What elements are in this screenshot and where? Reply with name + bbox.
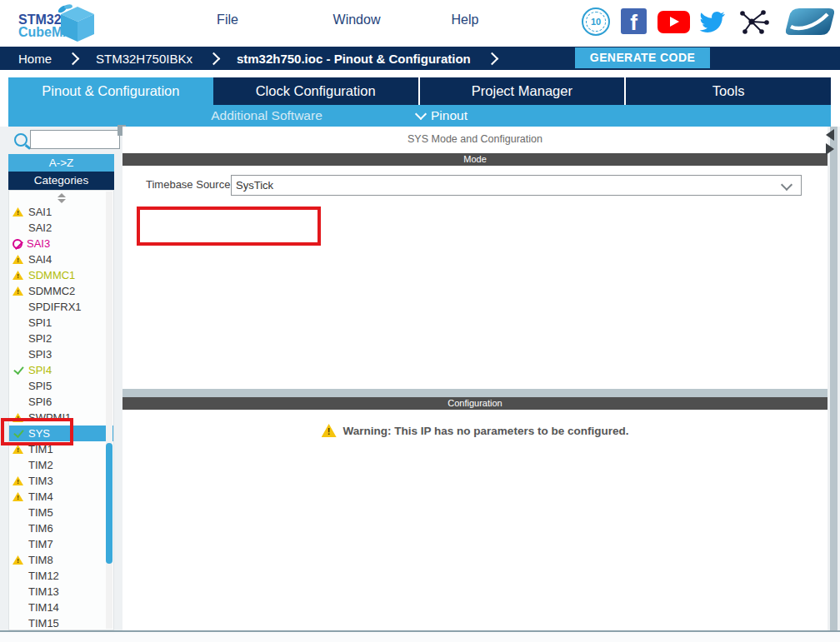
- peripheral-item-tim4[interactable]: TIM4: [9, 489, 113, 505]
- peripheral-item-sai1[interactable]: SAI1: [9, 204, 113, 220]
- peripheral-status-icon: [12, 222, 24, 233]
- peripheral-item-spi6[interactable]: SPI6: [9, 394, 113, 410]
- triangle-up-icon: [58, 193, 66, 197]
- stm32cubemx-window: STM32 CubeMX File Window Help 10 f: [0, 0, 840, 642]
- additional-software-button[interactable]: Additional Software: [171, 105, 362, 127]
- peripheral-item-tim6[interactable]: TIM6: [9, 520, 113, 536]
- tab-project-manager[interactable]: Project Manager: [418, 77, 625, 105]
- stm32cubemx-logo: STM32 CubeMX: [7, 5, 98, 45]
- chevron-right-icon: [485, 52, 498, 65]
- generate-code-button[interactable]: GENERATE CODE: [575, 47, 710, 68]
- peripheral-item-tim13[interactable]: TIM13: [9, 584, 113, 600]
- categories-button[interactable]: Categories: [8, 172, 114, 190]
- menu-help[interactable]: Help: [440, 12, 490, 27]
- peripheral-status-icon: [12, 507, 24, 518]
- peripheral-item-tim7[interactable]: TIM7: [9, 536, 113, 552]
- timebase-source-value: SysTick: [236, 176, 273, 195]
- blocked-icon: [12, 239, 22, 249]
- triangle-down-icon: [58, 199, 66, 203]
- scrollbar-thumb[interactable]: [106, 443, 112, 564]
- timebase-source-dropdown[interactable]: SysTick: [231, 175, 802, 196]
- peripheral-item-tim12[interactable]: TIM12: [9, 568, 113, 584]
- peripheral-item-swpmi1[interactable]: SWPMI1: [9, 410, 113, 426]
- mode-section-body: Timebase Source SysTick: [122, 166, 828, 389]
- warning-icon: [12, 491, 24, 502]
- search-icon: [14, 133, 28, 147]
- mode-section-header[interactable]: Mode: [122, 153, 828, 166]
- breadcrumb: Home STM32H750IBKx stm32h750.ioc - Pinou…: [0, 47, 840, 70]
- menu-window[interactable]: Window: [323, 12, 390, 27]
- peripheral-list: SAI1 SAI2 SAI3 SAI4 SDMMC1 SDMMC2 SPDIFR…: [8, 190, 114, 630]
- peripheral-item-spi4[interactable]: SPI4: [9, 362, 113, 378]
- peripheral-list-items: SAI1 SAI2 SAI3 SAI4 SDMMC1 SDMMC2 SPDIFR…: [9, 204, 113, 630]
- tab-clock-configuration[interactable]: Clock Configuration: [213, 77, 418, 105]
- peripheral-item-spdifrx1[interactable]: SPDIFRX1: [9, 299, 113, 315]
- peripheral-item-spi2[interactable]: SPI2: [9, 331, 113, 346]
- warning-icon: [12, 254, 24, 265]
- ten-years-badge-icon[interactable]: 10: [582, 7, 610, 36]
- peripheral-item-tim2[interactable]: TIM2: [9, 457, 113, 473]
- chevron-right-icon: [208, 52, 221, 65]
- warning-icon: [12, 555, 24, 565]
- peripheral-status-icon: [12, 523, 24, 534]
- sort-az-button[interactable]: A->Z: [8, 154, 114, 172]
- tab-pinout-configuration[interactable]: Pinout & Configuration: [8, 77, 213, 105]
- warning-icon: [322, 424, 337, 437]
- breadcrumb-home[interactable]: Home: [18, 52, 52, 66]
- peripheral-item-tim8[interactable]: TIM8: [9, 552, 113, 568]
- peripheral-status-icon: [12, 396, 24, 407]
- twitter-icon[interactable]: [697, 8, 728, 35]
- warning-icon: [12, 286, 24, 296]
- collapse-left-icon[interactable]: [826, 129, 834, 141]
- youtube-icon[interactable]: [658, 11, 690, 33]
- tab-tools[interactable]: Tools: [624, 77, 831, 105]
- peripheral-item-spi3[interactable]: SPI3: [9, 346, 113, 362]
- warning-icon: [12, 412, 24, 423]
- peripheral-item-sdmmc2[interactable]: SDMMC2: [9, 283, 113, 299]
- peripheral-status-icon: [12, 539, 24, 550]
- peripheral-item-tim15[interactable]: TIM15: [9, 615, 113, 630]
- chevron-down-icon: [415, 108, 427, 120]
- peripheral-status-icon: [12, 381, 24, 391]
- no-parameters-warning: Warning: This IP has no parameters to be…: [122, 410, 828, 437]
- collapse-right-icon[interactable]: [826, 143, 834, 155]
- breadcrumb-mcu[interactable]: STM32H750IBKx: [96, 52, 192, 66]
- peripheral-item-tim3[interactable]: TIM3: [9, 473, 113, 489]
- configuration-section-header[interactable]: Configuration: [122, 397, 828, 410]
- peripheral-search-input[interactable]: [30, 130, 120, 149]
- menu-file[interactable]: File: [202, 12, 252, 27]
- peripheral-status-icon: [12, 586, 24, 597]
- peripheral-item-tim1[interactable]: TIM1: [9, 441, 113, 457]
- warning-text: Warning: This IP has no parameters to be…: [343, 425, 629, 437]
- peripheral-item-sai3[interactable]: SAI3: [9, 236, 113, 251]
- panel-splitter[interactable]: [830, 127, 838, 642]
- peripheral-list-scrollbar[interactable]: [106, 192, 112, 629]
- peripheral-status-icon: [12, 602, 24, 613]
- chevron-down-icon: [781, 179, 792, 191]
- peripheral-item-tim14[interactable]: TIM14: [9, 600, 113, 615]
- peripheral-status-icon: [12, 333, 24, 344]
- peripheral-item-sys[interactable]: SYS: [9, 426, 113, 441]
- peripheral-item-tim5[interactable]: TIM5: [9, 505, 113, 520]
- check-icon: [12, 365, 24, 376]
- peripheral-item-sai2[interactable]: SAI2: [9, 220, 113, 236]
- pinout-toggle-label: Pinout: [431, 108, 468, 123]
- ten-years-badge-number: 10: [586, 12, 606, 32]
- st-logo[interactable]: [784, 7, 836, 37]
- panel-title: SYS Mode and Configuration: [122, 127, 828, 153]
- peripheral-item-sai4[interactable]: SAI4: [9, 251, 113, 267]
- peripheral-status-icon: [12, 317, 24, 328]
- facebook-icon[interactable]: f: [621, 8, 647, 34]
- peripheral-item-spi1[interactable]: SPI1: [9, 315, 113, 331]
- community-network-icon[interactable]: [738, 8, 770, 35]
- peripheral-status-icon: [12, 301, 24, 312]
- pinout-subbar: Additional Software Pinout: [8, 105, 831, 127]
- peripheral-status-icon: [12, 349, 24, 360]
- peripheral-item-spi5[interactable]: SPI5: [9, 378, 113, 394]
- peripheral-status-icon: [12, 460, 24, 470]
- peripheral-item-sdmmc1[interactable]: SDMMC1: [9, 267, 113, 283]
- pinout-view-toggle[interactable]: Pinout: [417, 105, 468, 127]
- mode-configuration-panel: SYS Mode and Configuration Mode Timebase…: [122, 127, 828, 630]
- list-collapse-arrows[interactable]: [57, 193, 67, 203]
- peripheral-status-icon: [12, 570, 24, 581]
